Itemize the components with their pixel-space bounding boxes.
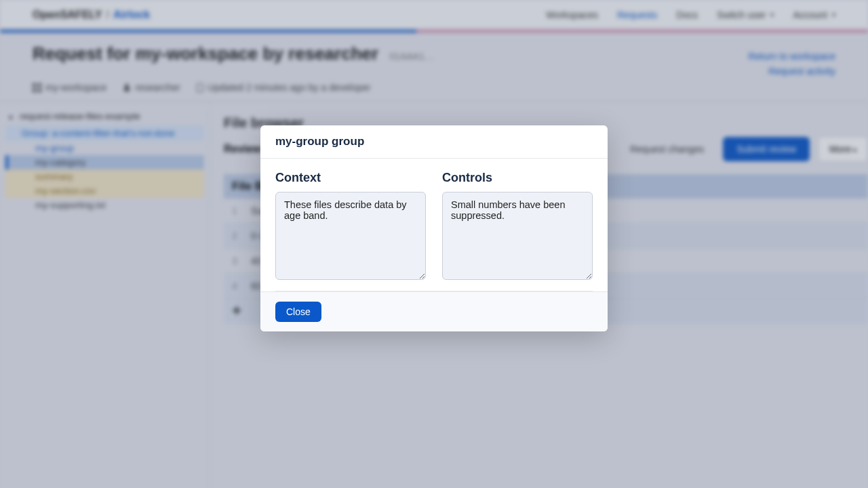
controls-textarea[interactable] <box>442 192 593 280</box>
modal-title: my-group group <box>260 125 608 159</box>
context-textarea[interactable] <box>275 192 426 280</box>
controls-label: Controls <box>442 171 593 185</box>
context-label: Context <box>275 171 426 185</box>
modal-overlay[interactable]: my-group group Context Controls Close <box>0 0 868 488</box>
close-button[interactable]: Close <box>275 302 321 322</box>
group-modal: my-group group Context Controls Close <box>260 125 608 331</box>
